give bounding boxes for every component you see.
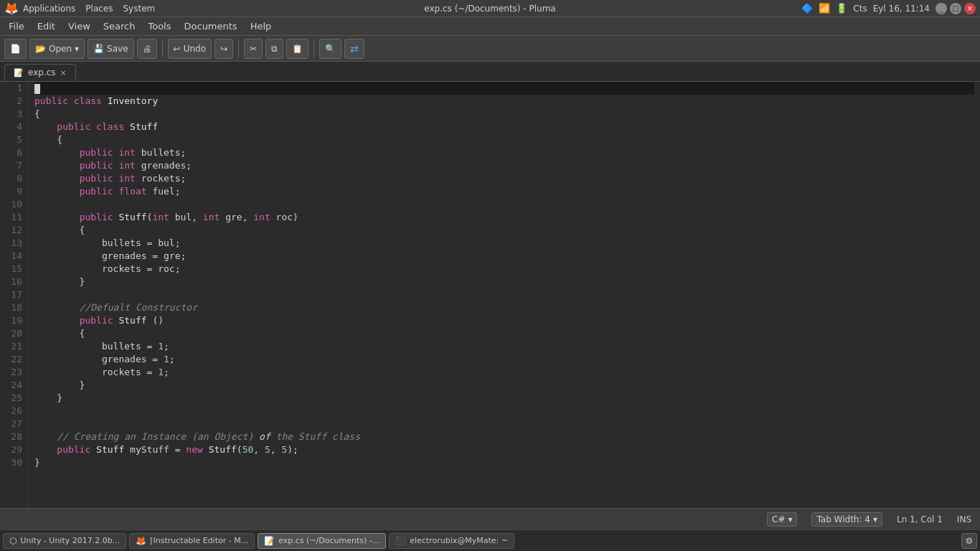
menu-bar: File Edit View Search Tools Documents He… [0,17,980,36]
taskbar: ⬡ Unity - Unity 2017.2.0b... 🦊 [Instruct… [0,529,980,551]
line-num-4: 4 [4,121,22,133]
status-bar: C# ▾ Tab Width: 4 ▾ Ln 1, Col 1 INS [0,508,980,529]
cts-label: Cts [853,4,867,14]
copy-icon: ⧉ [271,44,278,54]
unity-icon: ⬡ [9,536,17,546]
taskbar-terminal[interactable]: ⬛ electrorubix@MyMate: ~ [389,533,514,549]
menu-view[interactable]: View [62,19,96,33]
line-num-23: 23 [4,366,22,379]
taskbar-firefox[interactable]: 🦊 [Instructable Editor - M... [129,533,255,549]
paste-icon: 📋 [292,44,303,54]
win-controls: _ □ × [936,3,976,14]
replace-icon: ⇄ [350,43,359,55]
separator-3 [314,40,314,57]
line-num-30: 30 [4,456,22,469]
copy-button[interactable]: ⧉ [265,39,283,59]
menu-help[interactable]: Help [245,19,278,33]
taskbar-firefox-label: [Instructable Editor - M... [150,536,248,545]
code-line-1 [34,82,974,95]
replace-button[interactable]: ⇄ [344,39,364,59]
undo-label: Undo [184,44,206,54]
code-line-13: bullets = bul; [34,237,974,250]
places-menu[interactable]: Places [85,4,113,14]
menu-tools[interactable]: Tools [142,19,176,33]
code-line-8: public int rockets; [34,172,974,185]
code-line-26 [34,405,974,418]
menu-edit[interactable]: Edit [32,19,61,33]
undo-button[interactable]: ↩ Undo [168,39,212,59]
terminal-icon: ⬛ [395,536,406,546]
code-line-22: grenades = 1; [34,353,974,366]
line-num-26: 26 [4,405,22,418]
save-button[interactable]: 💾 Save [88,39,133,59]
code-line-27 [34,418,974,430]
language-selector[interactable]: C# ▾ [767,512,797,527]
line-num-7: 7 [4,159,22,172]
taskbar-unity-label: Unity - Unity 2017.2.0b... [20,536,120,545]
system-menu[interactable]: System [123,4,155,14]
language-dropdown-icon: ▾ [788,514,792,524]
firefox-icon: 🦊 [4,1,19,15]
menu-search[interactable]: Search [98,19,141,33]
code-line-3: { [34,108,974,121]
line-num-20: 20 [4,327,22,340]
tab-close-button[interactable]: × [60,68,67,77]
maximize-button[interactable]: □ [950,3,961,14]
line-num-12: 12 [4,224,22,237]
new-icon: 📄 [10,44,21,54]
menu-documents[interactable]: Documents [179,19,243,33]
code-line-30: } [34,456,974,469]
tab-width-label: Tab Width: 4 [816,514,870,524]
cut-button[interactable]: ✂ [244,39,263,59]
taskbar-pluma-label: exp.cs (~/Documents) -... [278,536,380,545]
pluma-icon: 📝 [264,536,275,546]
code-line-16: } [34,276,974,288]
taskbar-settings-icon[interactable]: ⚙ [961,533,977,549]
code-line-15: rockets = roc; [34,263,974,276]
code-line-19: public Stuff () [34,314,974,327]
code-line-20: { [34,327,974,340]
code-line-6: public int bullets; [34,146,974,159]
taskbar-pluma[interactable]: 📝 exp.cs (~/Documents) -... [258,533,386,549]
undo-icon: ↩ [174,44,181,54]
line-num-29: 29 [4,443,22,456]
language-label: C# [772,514,785,524]
line-num-6: 6 [4,146,22,159]
save-icon: 💾 [93,44,104,54]
folder-icon: 📂 [35,44,46,54]
print-button[interactable]: 🖨 [137,39,157,59]
code-line-11: public Stuff(int bul, int gre, int roc) [34,211,974,224]
open-button[interactable]: 📂 Open ▾ [29,39,85,59]
tab-exp-cs[interactable]: 📝 exp.cs × [4,64,76,81]
position-label: Ln 1, Col 1 [897,514,943,524]
line-num-21: 21 [4,340,22,353]
firefox-taskbar-icon: 🦊 [136,536,146,546]
code-area[interactable]: public class Inventory { public class St… [29,82,980,508]
menu-file[interactable]: File [3,19,30,33]
line-num-9: 9 [4,185,22,198]
line-num-3: 3 [4,108,22,121]
line-num-17: 17 [4,288,22,301]
settings-icon: ⚙ [966,536,974,546]
tab-bar: 📝 exp.cs × [0,62,980,82]
tab-width-selector[interactable]: Tab Width: 4 ▾ [811,512,882,527]
line-num-2: 2 [4,95,22,108]
code-line-9: public float fuel; [34,185,974,198]
minimize-button[interactable]: _ [936,3,947,14]
taskbar-terminal-label: electrorubix@MyMate: ~ [410,536,508,545]
separator-2 [238,40,239,57]
battery-icon: 🔋 [836,3,847,14]
redo-button[interactable]: ↪ [215,39,233,59]
applications-menu[interactable]: Applications [23,4,75,14]
line-num-18: 18 [4,301,22,314]
paste-button[interactable]: 📋 [286,39,308,59]
top-bar-left: 🦊 Applications Places System [4,1,155,15]
cursor-position: Ln 1, Col 1 [897,514,943,524]
line-num-15: 15 [4,263,22,276]
taskbar-unity[interactable]: ⬡ Unity - Unity 2017.2.0b... [3,533,126,549]
close-button[interactable]: × [964,3,976,14]
line-num-11: 11 [4,211,22,224]
new-button[interactable]: 📄 [4,39,27,59]
find-button[interactable]: 🔍 [319,39,341,59]
top-bar: 🦊 Applications Places System exp.cs (~/D… [0,0,980,17]
